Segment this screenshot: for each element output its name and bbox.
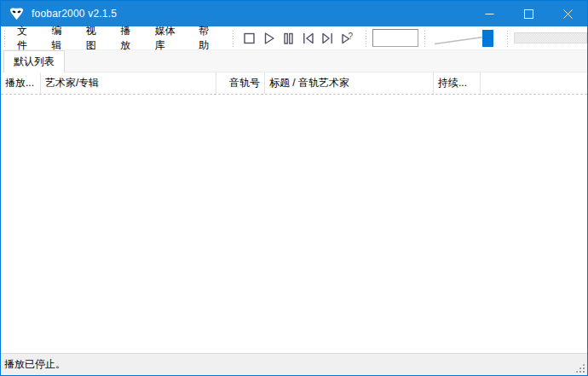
volume-handle xyxy=(482,30,493,47)
main-toolbar: 文件 编辑 视图 播放 媒体库 帮助 xyxy=(1,26,587,50)
tab-default-playlist[interactable]: 默认列表 xyxy=(3,50,65,72)
window-title: foobar2000 v2.1.5 xyxy=(32,8,117,20)
play-icon[interactable] xyxy=(259,28,279,49)
previous-icon[interactable] xyxy=(298,28,318,49)
menu-file[interactable]: 文件 xyxy=(9,26,43,49)
random-icon[interactable]: ? xyxy=(337,28,357,49)
menu-bar: 文件 编辑 视图 播放 媒体库 帮助 xyxy=(9,26,226,49)
caption-buttons xyxy=(470,1,587,26)
minimize-icon[interactable] xyxy=(470,1,509,26)
app-window: foobar2000 v2.1.5 文件 编辑 视图 播放 媒体库 帮助 xyxy=(0,0,588,376)
status-bar: 播放已停止。 xyxy=(1,353,587,375)
playback-order-combobox[interactable] xyxy=(372,29,418,47)
playlist-tabstrip: 默认列表 xyxy=(1,50,587,72)
menu-help[interactable]: 帮助 xyxy=(191,26,225,49)
menu-view[interactable]: 视图 xyxy=(78,26,112,49)
toolbar-grip-order[interactable] xyxy=(365,30,368,47)
seekbar[interactable] xyxy=(514,32,588,43)
pause-icon[interactable] xyxy=(279,28,298,49)
column-playing[interactable]: 播放... xyxy=(1,72,41,94)
close-icon[interactable] xyxy=(548,1,587,26)
svg-text:?: ? xyxy=(348,32,353,41)
playlist-body[interactable] xyxy=(1,95,587,353)
resize-grip-icon[interactable] xyxy=(574,362,585,373)
toolbar-grip-seekbar[interactable] xyxy=(506,30,510,47)
volume-slider[interactable] xyxy=(430,26,500,50)
column-track-number[interactable]: 音轨号 xyxy=(216,72,265,94)
volume-track xyxy=(435,37,483,43)
stop-icon[interactable] xyxy=(239,28,259,49)
column-artist-album[interactable]: 艺术家/专辑 xyxy=(41,72,216,94)
column-empty xyxy=(481,72,587,94)
menu-library[interactable]: 媒体库 xyxy=(147,26,192,49)
column-title-artist[interactable]: 标题 / 音轨艺术家 xyxy=(265,72,434,94)
menu-playback[interactable]: 播放 xyxy=(112,26,147,49)
toolbar-grip-menu[interactable] xyxy=(3,30,7,47)
menu-edit[interactable]: 编辑 xyxy=(43,26,78,49)
maximize-icon[interactable] xyxy=(509,1,548,26)
status-text: 播放已停止。 xyxy=(4,357,66,372)
column-duration[interactable]: 持续... xyxy=(434,72,481,94)
titlebar[interactable]: foobar2000 v2.1.5 xyxy=(1,1,587,26)
toolbar-grip-volume[interactable] xyxy=(424,30,427,47)
foobar2000-logo-icon xyxy=(9,5,26,22)
toolbar-grip-playback[interactable] xyxy=(232,30,235,47)
playback-buttons: ? xyxy=(239,28,357,49)
playlist-header: 播放... 艺术家/专辑 音轨号 标题 / 音轨艺术家 持续... xyxy=(1,72,587,95)
next-icon[interactable] xyxy=(318,28,337,49)
